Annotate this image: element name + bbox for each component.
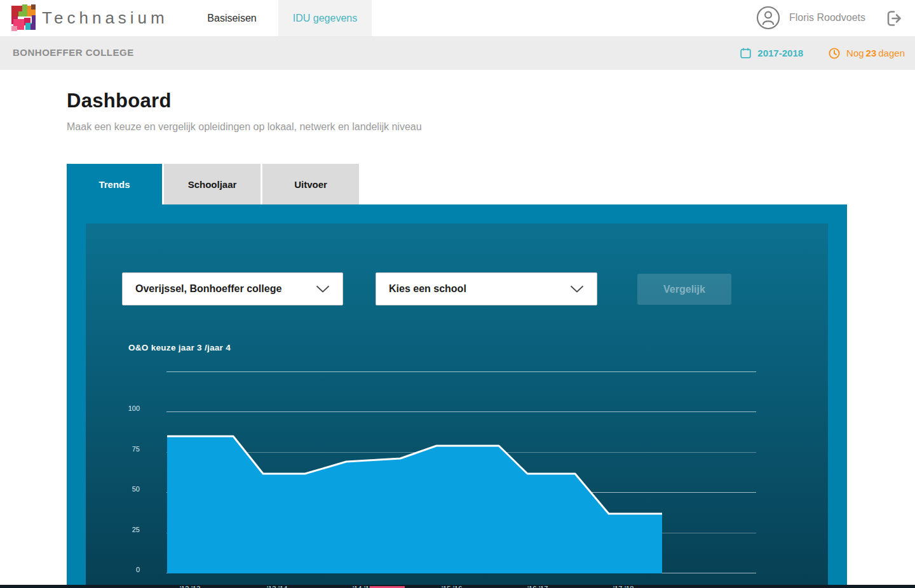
school-select[interactable]: Kies een school: [376, 272, 597, 305]
x-tick-6: '17-'18: [613, 585, 634, 588]
school-context-bar: BONHOEFFER COLLEGE 2017-2018 Nog23dagen: [0, 36, 915, 70]
nav-item-idu-gegevens[interactable]: IDU gegevens: [278, 0, 372, 36]
context-meta: 2017-2018 Nog23dagen: [740, 36, 905, 70]
y-tick-25: 25: [108, 526, 140, 533]
tab-schooljaar[interactable]: Schooljaar: [164, 164, 261, 205]
compare-button[interactable]: Vergelijk: [637, 274, 731, 305]
gridline-100: [166, 411, 756, 412]
x-tick-5: '16-'17: [527, 585, 548, 588]
school-name: BONHOEFFER COLLEGE: [13, 47, 134, 58]
gridline-0: [166, 573, 756, 573]
region-select-value: Overijssel, Bonhoeffer college: [135, 283, 281, 295]
page-subtitle: Maak een keuze en vergelijk opleidingen …: [67, 121, 422, 133]
days-prefix: Nog: [846, 48, 864, 58]
top-bar: Technasium Basiseisen IDU gegevens Flori…: [0, 0, 915, 36]
school-select-value: Kies een school: [389, 283, 466, 295]
page-title: Dashboard: [67, 90, 172, 112]
x-tick-2: '13-'14: [267, 585, 287, 588]
days-remaining: Nog23dagen: [846, 48, 905, 58]
gridline-75: [166, 452, 756, 453]
tab-trends[interactable]: Trends: [67, 164, 162, 205]
region-select[interactable]: Overijssel, Bonhoeffer college: [122, 272, 343, 305]
x-tick-4: '15-'16: [442, 585, 462, 588]
gridline-25: [166, 533, 756, 533]
x-tick-1: '12-'13: [180, 585, 200, 588]
school-year[interactable]: 2017-2018: [757, 48, 803, 58]
calendar-icon: [740, 48, 751, 58]
brand-name: Technasium: [42, 8, 168, 28]
technasium-logo-icon[interactable]: [11, 4, 36, 31]
app-screen: Technasium Basiseisen IDU gegevens Flori…: [0, 0, 915, 588]
days-suffix: dagen: [878, 48, 905, 58]
nav-item-basiseisen[interactable]: Basiseisen: [198, 0, 266, 36]
chevron-down-icon: [570, 285, 584, 293]
y-tick-50: 50: [108, 485, 140, 493]
gridline-125: [166, 371, 756, 372]
days-count: 23: [864, 48, 879, 58]
y-tick-100: 100: [108, 404, 140, 412]
logout-icon[interactable]: [886, 10, 904, 27]
y-tick-75: 75: [108, 445, 140, 453]
user-box: Floris Roodvoets: [756, 6, 865, 30]
y-tick-0: 0: [108, 566, 140, 573]
chevron-down-icon: [316, 285, 330, 293]
chart-title: O&O keuze jaar 3 /jaar 4: [128, 343, 231, 352]
clock-icon: [829, 48, 840, 59]
user-name: Floris Roodvoets: [789, 12, 865, 23]
gridline-50: [166, 492, 756, 493]
user-avatar-icon: [756, 6, 780, 30]
tab-uitvoer[interactable]: Uitvoer: [262, 164, 359, 205]
